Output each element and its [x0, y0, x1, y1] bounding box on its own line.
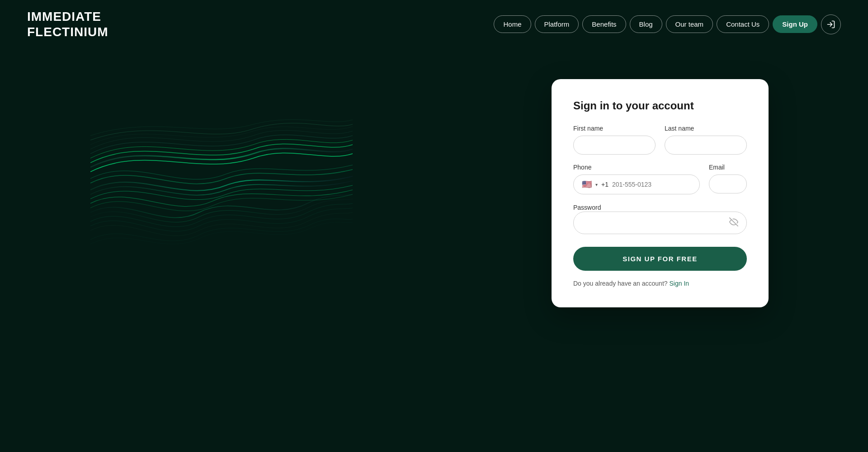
signin-prompt: Do you already have an account? Sign In [573, 280, 747, 287]
email-group: Email [709, 164, 747, 194]
main-nav: Home Platform Benefits Blog Our team Con… [494, 14, 841, 34]
toggle-password-icon[interactable] [729, 217, 738, 228]
password-group: Password [573, 203, 747, 234]
first-name-label: First name [573, 125, 656, 132]
nav-benefits[interactable]: Benefits [582, 15, 626, 33]
nav-blog[interactable]: Blog [630, 15, 662, 33]
phone-wrapper: 🇺🇸 ▾ +1 [573, 174, 700, 194]
nav-platform[interactable]: Platform [535, 15, 579, 33]
country-chevron-icon[interactable]: ▾ [595, 182, 598, 187]
password-input[interactable] [582, 219, 729, 226]
signin-link[interactable]: Sign In [669, 280, 689, 287]
signup-form-card: Sign in to your account First name Last … [552, 79, 769, 307]
password-wrapper [573, 212, 747, 234]
nav-contact-us[interactable]: Contact Us [717, 15, 769, 33]
email-label: Email [709, 164, 747, 171]
phone-label: Phone [573, 164, 700, 171]
phone-group: Phone 🇺🇸 ▾ +1 [573, 164, 700, 194]
last-name-input[interactable] [665, 136, 747, 155]
nav-sign-up[interactable]: Sign Up [773, 15, 817, 33]
signup-button[interactable]: SIGN UP FOR FREE [573, 247, 747, 271]
wave-decoration [90, 113, 353, 258]
last-name-group: Last name [665, 125, 747, 155]
name-row: First name Last name [573, 125, 747, 155]
last-name-label: Last name [665, 125, 747, 132]
nav-our-team[interactable]: Our team [666, 15, 713, 33]
nav-home[interactable]: Home [494, 15, 531, 33]
already-account-text: Do you already have an account? [573, 280, 668, 287]
nav-login-button[interactable] [821, 14, 841, 34]
logo-line1: IMMEDIATE [27, 9, 108, 24]
first-name-group: First name [573, 125, 656, 155]
phone-email-row: Phone 🇺🇸 ▾ +1 Email [573, 164, 747, 194]
password-label: Password [573, 204, 601, 211]
email-input[interactable] [709, 174, 747, 193]
country-flag: 🇺🇸 [582, 180, 592, 188]
form-title: Sign in to your account [573, 99, 747, 112]
login-icon [826, 20, 835, 29]
phone-code: +1 [601, 181, 609, 188]
header: IMMEDIATE FLECTINIUM Home Platform Benef… [0, 0, 868, 48]
phone-input[interactable] [612, 181, 691, 188]
logo: IMMEDIATE FLECTINIUM [27, 9, 108, 39]
first-name-input[interactable] [573, 136, 656, 155]
logo-line2: FLECTINIUM [27, 24, 108, 40]
